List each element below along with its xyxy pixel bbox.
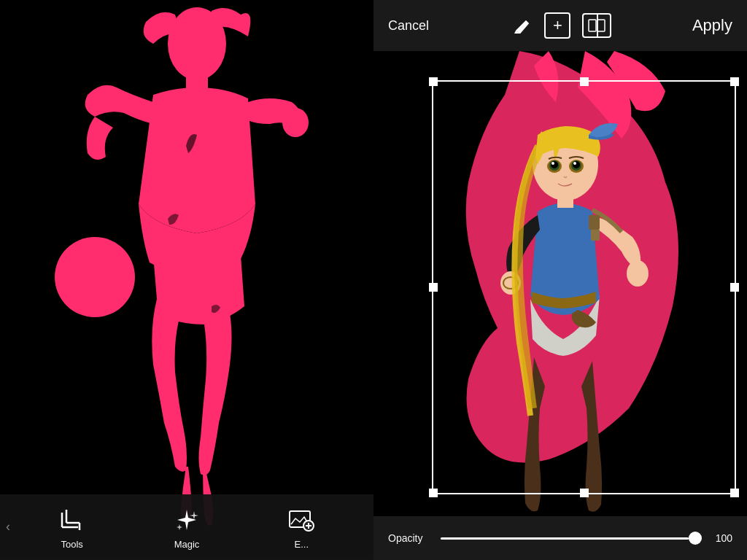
handle-bottom-right[interactable]	[730, 489, 739, 497]
handle-top-middle[interactable]	[580, 77, 589, 86]
opacity-slider-thumb[interactable]	[689, 532, 702, 545]
toolbar-item-tools[interactable]: Tools	[58, 505, 87, 550]
opacity-label: Opacity	[388, 532, 432, 544]
edit-label: E...	[295, 539, 309, 550]
eraser-icon[interactable]	[509, 14, 533, 37]
handle-left-middle[interactable]	[429, 283, 438, 292]
right-panel: Cancel + Apply	[374, 0, 747, 560]
add-layer-button[interactable]: +	[544, 12, 570, 39]
left-arrow-icon[interactable]: ‹	[6, 519, 10, 534]
crop-icon	[58, 505, 87, 534]
handle-top-left[interactable]	[429, 77, 438, 86]
bottom-toolbar-left: ‹ Tools	[0, 494, 374, 560]
handle-right-middle[interactable]	[730, 283, 739, 292]
top-icons: +	[509, 12, 611, 39]
svg-rect-15	[589, 20, 596, 31]
image-add-icon	[287, 505, 316, 534]
magic-label: Magic	[174, 539, 200, 550]
toolbar-item-magic[interactable]: Magic	[172, 505, 201, 550]
opacity-value: 100	[711, 532, 732, 544]
handle-bottom-left[interactable]	[429, 489, 438, 497]
silhouette-image	[0, 0, 374, 560]
compare-view-button[interactable]	[582, 13, 611, 38]
svg-point-3	[282, 108, 309, 137]
bottom-bar-right: Opacity 100	[374, 516, 747, 560]
svg-point-4	[55, 237, 135, 317]
cancel-button[interactable]: Cancel	[388, 18, 429, 34]
svg-rect-16	[597, 20, 605, 31]
crop-frame	[432, 80, 736, 494]
toolbar-item-edit[interactable]: E...	[287, 505, 316, 550]
left-panel: ‹ Tools	[0, 0, 374, 560]
magic-icon	[172, 505, 201, 534]
tools-label: Tools	[61, 539, 82, 550]
handle-top-right[interactable]	[730, 77, 739, 86]
top-bar: Cancel + Apply	[374, 0, 747, 51]
silhouette-container	[0, 0, 374, 560]
canvas-area	[374, 51, 747, 516]
opacity-slider[interactable]	[441, 537, 702, 540]
handle-bottom-middle[interactable]	[580, 489, 589, 497]
apply-button[interactable]: Apply	[692, 16, 732, 35]
opacity-slider-fill	[441, 537, 689, 540]
